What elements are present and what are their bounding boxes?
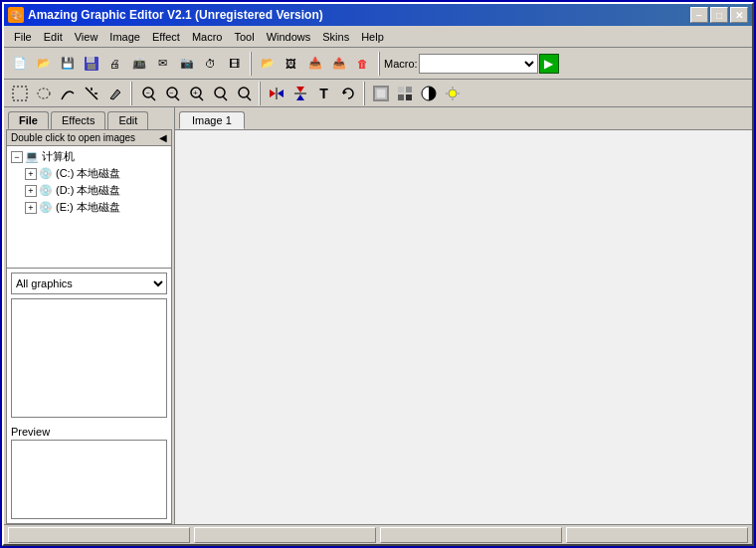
zoom-100-button[interactable] bbox=[232, 82, 255, 104]
menu-windows[interactable]: Windows bbox=[261, 29, 317, 45]
svg-line-9 bbox=[175, 96, 179, 100]
delete-button[interactable]: 🗑 bbox=[351, 52, 374, 75]
macro-run-button[interactable]: ▶ bbox=[539, 54, 559, 74]
content-area: File Effects Edit Double click to open i… bbox=[4, 107, 752, 524]
svg-marker-19 bbox=[278, 90, 284, 97]
right-panel: Image 1 bbox=[175, 107, 752, 524]
save-button[interactable]: 💾 bbox=[56, 52, 79, 75]
collapse-icon[interactable]: ◀ bbox=[159, 132, 167, 143]
graphics-dropdown[interactable]: All graphics JPEG PNG BMP GIF TIFF bbox=[11, 273, 167, 294]
zoom-out-button[interactable]: − bbox=[160, 82, 183, 104]
zoom-50-button[interactable] bbox=[208, 82, 231, 104]
camera-button[interactable]: 📷 bbox=[175, 52, 198, 75]
tree-item-e[interactable]: + 💿 (E:) 本地磁盘 bbox=[9, 199, 169, 216]
paint-button[interactable] bbox=[103, 82, 126, 104]
macro-dropdown[interactable] bbox=[419, 54, 538, 74]
tree-root[interactable]: − 💻 计算机 bbox=[9, 148, 169, 165]
filmstrip-button[interactable]: 🎞 bbox=[223, 52, 246, 75]
zoom-in-button[interactable]: + bbox=[184, 82, 207, 104]
menu-help[interactable]: Help bbox=[355, 29, 390, 45]
graphics-dropdown-area: All graphics JPEG PNG BMP GIF TIFF bbox=[7, 268, 171, 298]
tab-effects[interactable]: Effects bbox=[51, 111, 105, 129]
close-button[interactable]: ✕ bbox=[730, 7, 748, 23]
menu-edit[interactable]: Edit bbox=[38, 29, 69, 45]
timer-button[interactable]: ⏱ bbox=[199, 52, 222, 75]
frame-button[interactable] bbox=[369, 82, 392, 104]
app-icon: 🎨 bbox=[8, 7, 24, 23]
select-rect-button[interactable] bbox=[8, 82, 31, 104]
save2-button[interactable] bbox=[80, 52, 102, 75]
menu-view[interactable]: View bbox=[69, 29, 104, 45]
menu-skins[interactable]: Skins bbox=[316, 29, 355, 45]
toolbar-main: 📄 📂 💾 🖨 📠 ✉ 📷 ⏱ 🎞 📂 🖼 📥 📤 🗑 Macro: ▶ bbox=[4, 48, 752, 80]
graphics-list bbox=[11, 298, 167, 418]
toolbar-separator-3 bbox=[130, 82, 132, 105]
brightness-button[interactable] bbox=[441, 82, 464, 104]
contrast-button[interactable] bbox=[417, 82, 440, 104]
tab-image1[interactable]: Image 1 bbox=[179, 111, 245, 129]
wand-button[interactable] bbox=[80, 82, 102, 104]
status-panel-4 bbox=[566, 527, 748, 543]
svg-marker-18 bbox=[270, 90, 276, 97]
e-expand[interactable]: + bbox=[25, 202, 37, 214]
svg-line-15 bbox=[223, 96, 227, 100]
email-button[interactable]: ✉ bbox=[151, 52, 174, 75]
svg-rect-27 bbox=[398, 87, 404, 92]
root-expand[interactable]: − bbox=[11, 151, 23, 163]
print-button[interactable]: 🖨 bbox=[103, 52, 126, 75]
effect1-button[interactable] bbox=[393, 82, 416, 104]
flip-h-button[interactable] bbox=[265, 82, 287, 104]
menu-effect[interactable]: Effect bbox=[146, 29, 186, 45]
fax-button[interactable]: 📠 bbox=[127, 52, 150, 75]
tree-item-c[interactable]: + 💿 (C:) 本地磁盘 bbox=[9, 165, 169, 182]
svg-point-4 bbox=[38, 89, 50, 98]
import-button[interactable]: 📥 bbox=[303, 52, 326, 75]
file-tree: − 💻 计算机 + 💿 (C:) 本地磁盘 + 💿 (D:) 本地磁盘 bbox=[7, 146, 171, 268]
svg-rect-1 bbox=[87, 57, 94, 63]
status-panel-1 bbox=[8, 527, 190, 543]
status-bar bbox=[4, 524, 752, 544]
d-expand[interactable]: + bbox=[25, 185, 37, 197]
status-panel-3 bbox=[380, 527, 562, 543]
toolbar-separator-1 bbox=[250, 52, 252, 76]
left-panel: File Effects Edit Double click to open i… bbox=[4, 107, 175, 524]
preview-area: Preview bbox=[7, 422, 171, 523]
maximize-button[interactable]: □ bbox=[710, 7, 728, 23]
svg-text:−: − bbox=[169, 90, 173, 96]
text-button[interactable]: T bbox=[312, 82, 335, 104]
menu-macro[interactable]: Macro bbox=[186, 29, 229, 45]
export-button[interactable]: 📤 bbox=[327, 52, 350, 75]
open2-button[interactable]: 📂 bbox=[256, 52, 279, 75]
menu-file[interactable]: File bbox=[8, 29, 38, 45]
d-label: (D:) 本地磁盘 bbox=[56, 183, 120, 198]
freehand-button[interactable] bbox=[56, 82, 79, 104]
file-header: Double click to open images ◀ bbox=[7, 130, 171, 146]
zoom-fit-button[interactable]: − bbox=[136, 82, 159, 104]
minimize-button[interactable]: − bbox=[690, 7, 708, 23]
root-label: 计算机 bbox=[42, 149, 75, 164]
file-panel: Double click to open images ◀ − 💻 计算机 + … bbox=[6, 129, 172, 524]
svg-marker-24 bbox=[343, 91, 347, 94]
flip-v-button[interactable] bbox=[288, 82, 311, 104]
tab-file[interactable]: File bbox=[8, 111, 49, 129]
window-title: Amazing Graphic Editor V2.1 (Unregistere… bbox=[28, 8, 323, 22]
open-button[interactable]: 📂 bbox=[32, 52, 55, 75]
left-tabs: File Effects Edit bbox=[4, 107, 174, 129]
c-expand[interactable]: + bbox=[25, 168, 37, 180]
tab-edit[interactable]: Edit bbox=[107, 111, 148, 129]
svg-rect-28 bbox=[406, 87, 412, 92]
select-lasso-button[interactable] bbox=[32, 82, 55, 104]
toolbar-zoom: − − + T bbox=[4, 80, 752, 107]
menu-image[interactable]: Image bbox=[103, 29, 146, 45]
new-button[interactable]: 📄 bbox=[8, 52, 31, 75]
menu-bar: File Edit View Image Effect Macro Tool W… bbox=[4, 26, 752, 48]
image-content[interactable] bbox=[175, 130, 752, 524]
rotate-button[interactable] bbox=[336, 82, 359, 104]
svg-line-12 bbox=[199, 96, 203, 100]
title-buttons: − □ ✕ bbox=[690, 7, 748, 23]
menu-tool[interactable]: Tool bbox=[228, 29, 260, 45]
tree-item-d[interactable]: + 💿 (D:) 本地磁盘 bbox=[9, 182, 169, 199]
toolbar-separator-5 bbox=[363, 82, 365, 105]
image-button[interactable]: 🖼 bbox=[280, 52, 302, 75]
svg-text:+: + bbox=[193, 89, 198, 97]
